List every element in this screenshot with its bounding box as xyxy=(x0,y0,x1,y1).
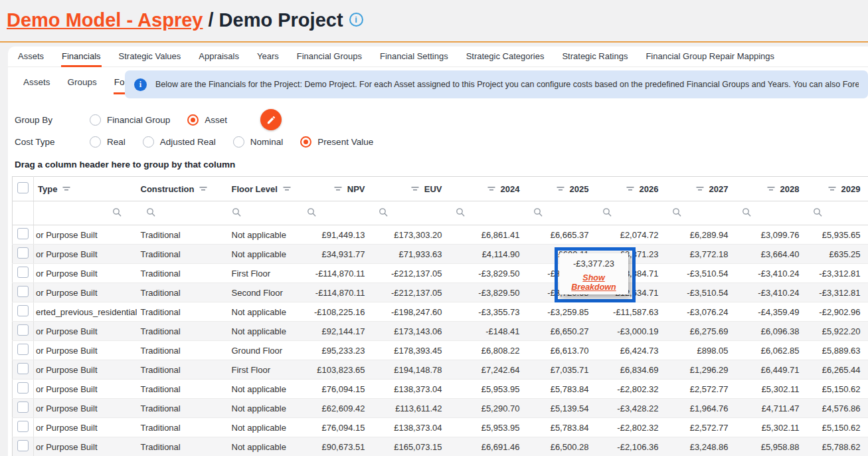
search-icon[interactable] xyxy=(672,207,681,217)
search-icon[interactable] xyxy=(112,207,122,217)
cell-2027[interactable]: £6,275.69 xyxy=(667,322,737,341)
column-label[interactable]: 2027 xyxy=(709,184,729,194)
filter-icon[interactable] xyxy=(62,185,70,192)
column-label[interactable]: NPV xyxy=(347,184,365,194)
filter-cell[interactable] xyxy=(737,201,808,225)
filter-cell[interactable] xyxy=(528,201,597,225)
row-checkbox[interactable] xyxy=(17,440,29,451)
search-icon[interactable] xyxy=(146,207,155,217)
sub-tab-assets[interactable]: Assets xyxy=(23,75,51,94)
filter-icon[interactable] xyxy=(696,185,704,192)
search-icon[interactable] xyxy=(533,207,543,217)
cell-2029[interactable]: -£2,902.96 xyxy=(808,302,868,322)
column-label[interactable]: 2028 xyxy=(780,184,800,194)
tab-assets[interactable]: Assets xyxy=(17,47,44,67)
cell-construction[interactable]: Traditional xyxy=(137,360,228,380)
tab-financial-group-repair-mappings[interactable]: Financial Group Repair Mappings xyxy=(645,47,775,67)
cell-euv[interactable]: -£198,247.60 xyxy=(373,302,450,322)
cell-construction[interactable]: Traditional xyxy=(137,380,228,399)
cell-2027[interactable]: £3,772.18 xyxy=(667,245,737,264)
cell-2027[interactable]: £2,572.77 xyxy=(667,380,737,399)
filter-cell[interactable] xyxy=(373,201,450,225)
cell-2027[interactable]: £3,248.86 xyxy=(667,437,737,456)
tab-strategic-categories[interactable]: Strategic Categories xyxy=(466,47,545,67)
cell-2028[interactable]: £3,099.76 xyxy=(737,225,808,245)
cell-type[interactable]: or Purpose Built xyxy=(34,245,137,264)
cell-npv[interactable]: £92,144.17 xyxy=(302,322,373,341)
search-icon[interactable] xyxy=(456,207,465,217)
cell-2027[interactable]: £1,296.29 xyxy=(667,360,737,380)
cell-npv[interactable]: £91,449.13 xyxy=(302,225,373,245)
column-label[interactable]: 2025 xyxy=(570,184,589,194)
filter-cell[interactable] xyxy=(137,201,228,225)
filter-icon[interactable] xyxy=(767,185,775,192)
cell-npv[interactable]: -£114,870.11 xyxy=(302,283,373,302)
cell-construction[interactable]: Traditional xyxy=(137,264,228,283)
cell-2029[interactable]: -£3,312.81 xyxy=(808,283,868,302)
tab-years[interactable]: Years xyxy=(256,47,280,67)
filter-cell[interactable] xyxy=(302,201,373,225)
cell-2024[interactable]: -£148.41 xyxy=(450,322,528,341)
cell-2025[interactable]: £5,139.54 xyxy=(528,399,597,418)
radio-present-value[interactable]: Present Value xyxy=(300,136,373,148)
cell-2029[interactable]: £5,889.63 xyxy=(808,341,868,360)
search-icon[interactable] xyxy=(307,207,316,217)
cell-2027[interactable]: £1,964.76 xyxy=(667,399,737,418)
cell-2026[interactable]: £2,074.72 xyxy=(597,225,667,245)
cell-2028[interactable]: £4,711.47 xyxy=(737,399,808,418)
cell-construction[interactable]: Traditional xyxy=(137,225,228,245)
cell-type[interactable]: or Purpose Built xyxy=(34,418,137,437)
cell-2027[interactable]: £898.05 xyxy=(667,341,737,360)
row-checkbox[interactable] xyxy=(17,401,29,413)
row-checkbox[interactable] xyxy=(17,286,29,297)
cell-type[interactable]: or Purpose Built xyxy=(34,360,137,380)
radio-asset[interactable]: Asset xyxy=(187,114,227,126)
cell-type[interactable]: or Purpose Built xyxy=(34,264,137,283)
search-icon[interactable] xyxy=(602,207,612,217)
cell-euv[interactable]: -£212,137.05 xyxy=(373,283,450,302)
model-link[interactable]: Demo Model - Asprey xyxy=(7,9,203,31)
cell-euv[interactable]: £138,373.04 xyxy=(373,418,450,437)
row-checkbox[interactable] xyxy=(17,228,29,239)
sub-tab-groups[interactable]: Groups xyxy=(67,75,98,94)
cell-floor-level[interactable]: First Floor xyxy=(228,264,302,283)
cell-2028[interactable]: -£3,410.24 xyxy=(737,283,808,302)
column-label[interactable]: 2029 xyxy=(841,184,861,194)
row-checkbox[interactable] xyxy=(17,267,29,278)
cell-2028[interactable]: £5,958.88 xyxy=(737,437,808,456)
radio-adjusted-real[interactable]: Adjusted Real xyxy=(143,136,216,148)
filter-icon[interactable] xyxy=(199,185,207,192)
cell-type[interactable]: or Purpose Built xyxy=(34,283,137,302)
cell-2027[interactable]: £2,572.77 xyxy=(667,418,737,437)
cell-2026[interactable]: -£3,000.19 xyxy=(597,322,667,341)
cell-npv[interactable]: -£108,225.16 xyxy=(302,302,373,322)
column-label[interactable]: 2026 xyxy=(640,184,659,194)
cell-euv[interactable]: £178,393.45 xyxy=(373,341,450,360)
cell-npv[interactable]: £103,823.65 xyxy=(302,360,373,380)
cell-floor-level[interactable]: Not applicable xyxy=(228,418,302,437)
cell-2026[interactable]: -£3,428.22 xyxy=(597,399,667,418)
column-label[interactable]: EUV xyxy=(424,184,442,194)
cell-floor-level[interactable]: Not applicable xyxy=(228,399,302,418)
edit-group-button[interactable] xyxy=(260,109,282,130)
cell-2024[interactable]: £7,242.64 xyxy=(450,360,528,380)
cell-2028[interactable]: £5,302.11 xyxy=(737,380,808,399)
cell-2024[interactable]: £6,691.46 xyxy=(450,437,528,456)
row-checkbox[interactable] xyxy=(17,421,29,432)
cell-2028[interactable]: -£3,410.24 xyxy=(737,264,808,283)
filter-icon[interactable] xyxy=(283,185,291,192)
search-icon[interactable] xyxy=(813,207,822,217)
filter-icon[interactable] xyxy=(626,185,634,192)
filter-icon[interactable] xyxy=(487,185,495,192)
cell-floor-level[interactable]: Not applicable xyxy=(228,225,302,245)
cell-floor-level[interactable]: Second Floor xyxy=(228,283,302,302)
cell-2028[interactable]: £5,302.11 xyxy=(737,418,808,437)
cell-floor-level[interactable]: Not applicable xyxy=(228,437,302,456)
tab-strategic-values[interactable]: Strategic Values xyxy=(118,47,182,67)
cell-2025[interactable]: £5,783.84 xyxy=(528,418,597,437)
cell-2027[interactable]: -£3,510.54 xyxy=(667,264,737,283)
cell-euv[interactable]: £173,143.06 xyxy=(373,322,450,341)
row-checkbox[interactable] xyxy=(17,363,29,374)
cell-2024[interactable]: £5,953.95 xyxy=(450,380,528,399)
cell-npv[interactable]: £76,094.15 xyxy=(302,380,373,399)
